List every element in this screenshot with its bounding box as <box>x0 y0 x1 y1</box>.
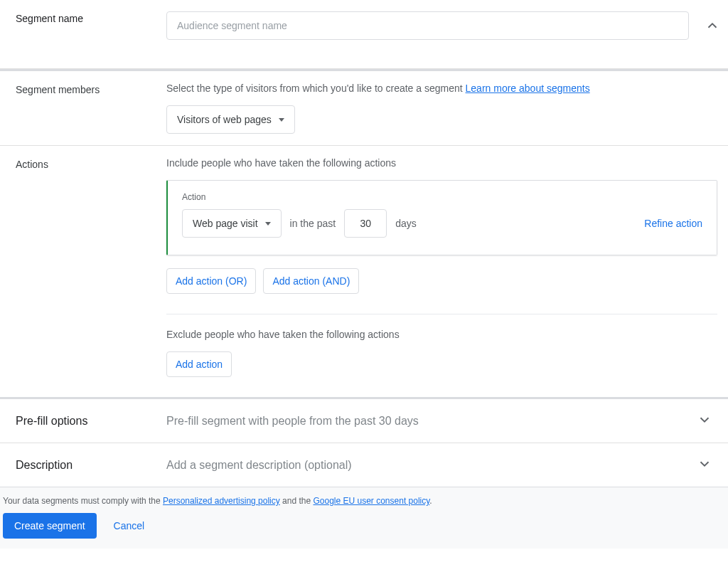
actions-divider <box>166 314 717 314</box>
action-card: Action Web page visit in the past days R… <box>166 180 717 255</box>
refine-action-link[interactable]: Refine action <box>644 218 702 229</box>
visitor-type-dropdown-label: Visitors of web pages <box>177 114 272 125</box>
learn-more-link[interactable]: Learn more about segments <box>466 83 590 94</box>
prefill-label: Pre-fill options <box>16 415 166 428</box>
add-action-or-button[interactable]: Add action (OR) <box>166 268 256 294</box>
caret-down-icon <box>265 222 271 226</box>
include-helper: Include people who have taken the follow… <box>166 157 717 169</box>
add-action-and-button[interactable]: Add action (AND) <box>263 268 359 294</box>
comply-mid: and the <box>280 496 314 506</box>
footer: Your data segments must comply with the … <box>0 487 728 549</box>
days-input[interactable] <box>344 209 387 238</box>
actions-content: Include people who have taken the follow… <box>166 157 717 377</box>
description-label: Description <box>16 459 166 472</box>
footer-buttons: Create segment Cancel <box>0 513 728 539</box>
segment-members-helper: Select the type of visitors from which y… <box>166 83 712 94</box>
prefill-summary: Pre-fill segment with people from the pa… <box>166 415 697 428</box>
create-segment-button[interactable]: Create segment <box>3 513 97 539</box>
visitor-type-dropdown[interactable]: Visitors of web pages <box>166 105 295 134</box>
chevron-up-icon <box>705 18 720 33</box>
action-row: Web page visit in the past days Refine a… <box>182 209 702 238</box>
personalized-policy-link[interactable]: Personalized advertising policy <box>163 496 280 506</box>
action-card-label: Action <box>182 192 702 202</box>
action-type-dropdown-label: Web page visit <box>193 218 258 229</box>
comply-end: . <box>429 496 432 506</box>
description-row[interactable]: Description Add a segment description (o… <box>0 443 728 487</box>
caret-down-icon <box>279 118 284 122</box>
segment-members-label: Segment members <box>16 83 166 134</box>
prefill-row[interactable]: Pre-fill options Pre-fill segment with p… <box>0 397 728 443</box>
cancel-button[interactable]: Cancel <box>114 520 145 531</box>
comply-text: Your data segments must comply with the … <box>0 496 728 513</box>
segment-name-label: Segment name <box>16 11 166 40</box>
add-action-btn-row: Add action (OR) Add action (AND) <box>166 268 717 294</box>
collapse-up-button[interactable] <box>702 15 723 36</box>
chevron-down-icon <box>697 456 712 472</box>
eu-consent-policy-link[interactable]: Google EU user consent policy <box>313 496 429 506</box>
comply-pre: Your data segments must comply with the <box>3 496 163 506</box>
days-label: days <box>395 218 417 229</box>
add-exclude-action-button[interactable]: Add action <box>166 351 232 377</box>
segment-name-content <box>166 11 723 40</box>
segment-name-section: Segment name <box>0 0 728 69</box>
segment-members-section: Segment members Select the type of visit… <box>0 69 728 146</box>
segment-name-input[interactable] <box>166 11 689 40</box>
exclude-helper: Exclude people who have taken the follow… <box>166 329 717 340</box>
actions-label: Actions <box>16 157 166 377</box>
prefill-chevron <box>697 412 712 430</box>
chevron-down-icon <box>697 412 712 428</box>
description-chevron <box>697 456 712 474</box>
actions-section: Actions Include people who have taken th… <box>0 146 728 397</box>
segment-members-helper-text: Select the type of visitors from which y… <box>166 83 466 94</box>
description-summary: Add a segment description (optional) <box>166 459 697 472</box>
segment-members-content: Select the type of visitors from which y… <box>166 83 712 134</box>
action-type-dropdown[interactable]: Web page visit <box>182 209 282 238</box>
in-past-text: in the past <box>290 218 336 229</box>
